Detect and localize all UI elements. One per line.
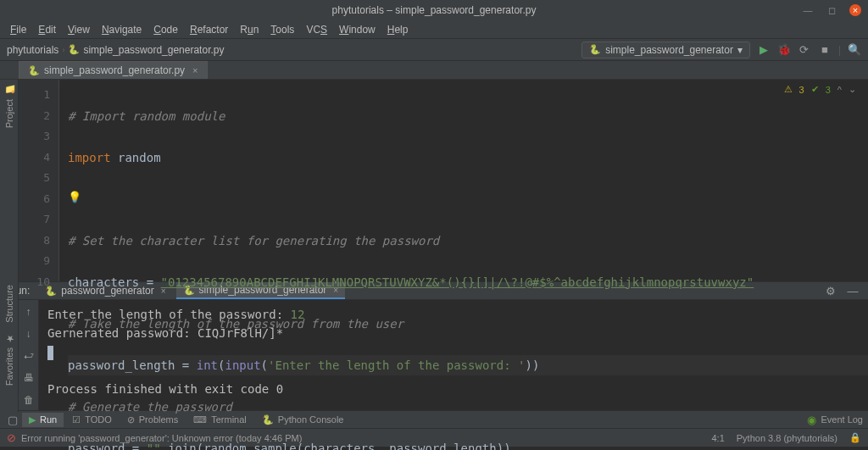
chevron-right-icon: ›: [62, 46, 64, 54]
editor-tabs: 🐍 simple_password_generator.py ×: [0, 61, 868, 80]
project-tool-button[interactable]: Project 📁: [3, 85, 14, 128]
left-tool-stripe: Project 📁: [0, 80, 19, 281]
breadcrumb: phytutorials › 🐍 simple_password_generat…: [7, 44, 224, 56]
titlebar: phytutorials – simple_password_generator…: [0, 0, 868, 20]
window-controls: — ◻ ×: [802, 4, 861, 16]
menu-edit[interactable]: Edit: [33, 22, 61, 37]
menu-refactor[interactable]: Refactor: [185, 22, 233, 37]
maximize-button[interactable]: ◻: [826, 4, 837, 16]
print-icon[interactable]: 🖶: [22, 371, 36, 385]
menu-navigate[interactable]: Navigate: [97, 22, 147, 37]
line-gutter: 1 2 3 4 5 6 7 8 9 10: [19, 80, 59, 281]
up-arrow-icon[interactable]: ↑: [22, 305, 36, 319]
run-secondary-toolbar: ↑ ↓ ⮐ 🖶 🗑: [19, 300, 39, 410]
bottom-square-icon[interactable]: ▢: [5, 413, 20, 426]
play-icon: ▶: [29, 414, 36, 425]
menu-file[interactable]: File: [5, 22, 31, 37]
python-icon: 🐍: [589, 44, 601, 55]
menu-code[interactable]: Code: [148, 22, 183, 37]
close-button[interactable]: ×: [849, 4, 861, 16]
chevron-down-icon: ▾: [737, 44, 743, 56]
favorites-tool-button[interactable]: Favorites ★: [3, 333, 14, 386]
run-button[interactable]: ▶: [757, 43, 771, 57]
error-icon: ⊘: [7, 431, 16, 444]
search-everywhere-button[interactable]: 🔍: [848, 43, 861, 57]
python-file-icon: 🐍: [68, 44, 80, 55]
clear-icon[interactable]: 🗑: [22, 393, 36, 407]
structure-tool-button[interactable]: Structure: [4, 285, 14, 323]
editor[interactable]: ⚠3 ✔3 ^ ⌄ 💡 1 2 3 4 5 6 7 8 9 10 # Impor…: [19, 80, 868, 281]
caret: [47, 346, 53, 360]
run-with-coverage-button[interactable]: ⟳: [798, 43, 811, 57]
code-area[interactable]: # Import random module import random # S…: [59, 80, 868, 281]
run-config-name: simple_password_generator: [605, 44, 733, 56]
project-icon: 📁: [3, 85, 14, 96]
editor-tab-label: simple_password_generator.py: [44, 64, 185, 76]
menu-help[interactable]: Help: [382, 22, 414, 37]
editor-tab[interactable]: 🐍 simple_password_generator.py ×: [19, 61, 208, 79]
minimize-button[interactable]: —: [802, 4, 814, 16]
tab-run[interactable]: ▶ Run: [22, 413, 64, 427]
down-arrow-icon[interactable]: ↓: [22, 327, 36, 341]
star-icon: ★: [3, 333, 14, 344]
left-tool-stripe-lower: Structure Favorites ★: [0, 281, 19, 412]
soft-wrap-icon[interactable]: ⮐: [22, 349, 36, 363]
menu-view[interactable]: View: [63, 22, 95, 37]
close-tab-icon[interactable]: ×: [192, 65, 198, 75]
run-config-selector[interactable]: 🐍 simple_password_generator ▾: [581, 42, 750, 58]
window-title: phytutorials – simple_password_generator…: [332, 4, 537, 16]
menu-run[interactable]: Run: [235, 22, 264, 37]
menu-vcs[interactable]: VCS: [301, 22, 332, 37]
main-area: Project 📁 ⚠3 ✔3 ^ ⌄ 💡 1 2 3 4 5 6 7 8 9 …: [0, 80, 868, 281]
toolbar-right: 🐍 simple_password_generator ▾ ▶ 🐞 ⟳ ■ | …: [581, 42, 861, 58]
menu-bar: File Edit View Navigate Code Refactor Ru…: [0, 20, 868, 39]
stop-button[interactable]: ■: [818, 43, 832, 57]
breadcrumb-file[interactable]: simple_password_generator.py: [83, 44, 224, 56]
python-file-icon: 🐍: [28, 65, 40, 76]
menu-window[interactable]: Window: [334, 22, 381, 37]
menu-tools[interactable]: Tools: [265, 22, 299, 37]
navigation-bar: phytutorials › 🐍 simple_password_generat…: [0, 39, 868, 61]
debug-button[interactable]: 🐞: [777, 43, 791, 57]
breadcrumb-project[interactable]: phytutorials: [7, 44, 58, 56]
